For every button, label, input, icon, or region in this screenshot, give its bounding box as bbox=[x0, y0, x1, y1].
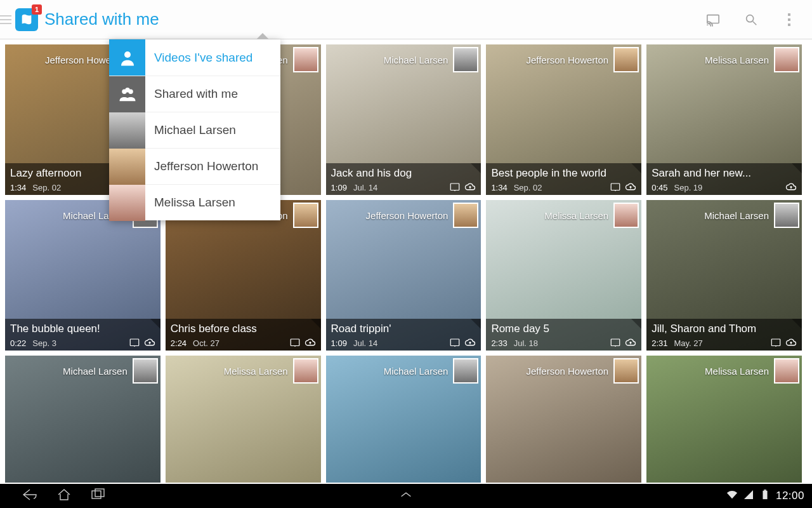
video-duration: 2:33 bbox=[491, 338, 507, 348]
video-duration: 1:34 bbox=[10, 183, 26, 192]
owner-overlay: Michael Larsen bbox=[329, 47, 479, 72]
svg-rect-21 bbox=[95, 489, 104, 497]
svg-rect-20 bbox=[92, 491, 101, 498]
avatar bbox=[109, 149, 145, 185]
cloud-sync-icon bbox=[464, 338, 476, 348]
avatar bbox=[453, 47, 478, 72]
overflow-menu-button[interactable] bbox=[770, 0, 808, 39]
owner-overlay: Melissa Larsen bbox=[168, 358, 318, 384]
video-duration: 0:22 bbox=[10, 338, 26, 348]
avatar bbox=[774, 203, 799, 228]
owner-name: Melissa Larsen bbox=[544, 210, 608, 221]
video-title: Best people in the world bbox=[491, 167, 636, 180]
search-button[interactable] bbox=[732, 0, 770, 39]
video-card[interactable]: Melissa LarsenSarah and her new...0:45Se… bbox=[646, 44, 802, 195]
dropdown-item-label: Shared with me bbox=[145, 87, 238, 101]
share-icon bbox=[471, 319, 481, 329]
cloud-sync-icon bbox=[625, 182, 636, 192]
video-card[interactable]: Jefferson HowertonRoad trippin'1:09Jul. … bbox=[326, 200, 481, 351]
expand-handle[interactable] bbox=[399, 490, 413, 502]
dropdown-item-shared-with-me[interactable]: Shared with me bbox=[109, 76, 280, 112]
video-card[interactable]: Michael LarsenJack and his dog1:09Jul. 1… bbox=[326, 44, 481, 195]
video-duration: 2:24 bbox=[171, 338, 187, 348]
owner-name: Melissa Larsen bbox=[224, 366, 288, 377]
video-info-bar: Jack and his dog1:09Jul. 14 bbox=[326, 163, 481, 195]
share-icon bbox=[631, 163, 641, 173]
cloud-sync-icon bbox=[464, 182, 476, 192]
avatar bbox=[613, 203, 639, 228]
video-card[interactable]: Jefferson HowertonChris before class2:24… bbox=[166, 200, 321, 351]
dropdown-item-melissa[interactable]: Melissa Larsen bbox=[109, 184, 280, 220]
owner-overlay: Michael Larsen bbox=[329, 358, 479, 384]
owner-overlay: Melissa Larsen bbox=[649, 358, 799, 384]
video-date: Sep. 02 bbox=[514, 183, 542, 192]
avatar bbox=[293, 358, 318, 384]
video-info-bar: Jill, Sharon and Thom2:31May. 27 bbox=[646, 319, 802, 351]
video-card[interactable]: Jefferson Howerton bbox=[486, 356, 641, 483]
video-info-bar: The bubble queen!0:22Sep. 3 bbox=[5, 319, 160, 351]
svg-point-9 bbox=[615, 190, 616, 192]
owner-overlay: Melissa Larsen bbox=[488, 203, 639, 228]
svg-point-11 bbox=[134, 346, 135, 347]
app-icon[interactable]: 1 bbox=[15, 8, 38, 31]
dropdown-item-videos-ive-shared[interactable]: Videos I've shared bbox=[109, 39, 280, 76]
video-card[interactable]: Michael LarsenJill, Sharon and Thom2:31M… bbox=[646, 200, 802, 351]
page-title[interactable]: Shared with me bbox=[44, 10, 159, 29]
action-bar: 1 Shared with me bbox=[0, 0, 812, 39]
svg-point-1 bbox=[747, 15, 754, 22]
cloud-sync-icon bbox=[785, 182, 797, 192]
video-duration: 1:34 bbox=[491, 183, 507, 192]
video-date: Sep. 02 bbox=[32, 183, 61, 192]
video-card[interactable]: Melissa Larsen bbox=[646, 356, 802, 483]
video-date: Jul. 18 bbox=[514, 338, 538, 348]
video-date: Oct. 27 bbox=[193, 338, 219, 348]
tablet-icon bbox=[449, 182, 461, 192]
dropdown-item-label: Michael Larsen bbox=[145, 123, 236, 137]
svg-rect-8 bbox=[611, 184, 620, 190]
dropdown-item-michael[interactable]: Michael Larsen bbox=[109, 112, 280, 148]
svg-point-19 bbox=[775, 346, 776, 347]
video-title: Rome day 5 bbox=[491, 323, 636, 335]
svg-rect-6 bbox=[451, 184, 460, 190]
video-date: May. 27 bbox=[674, 338, 703, 348]
owner-name: Melissa Larsen bbox=[705, 55, 769, 65]
svg-rect-22 bbox=[763, 491, 767, 499]
owner-name: Michael Larsen bbox=[384, 55, 449, 65]
video-date: Sep. 3 bbox=[32, 338, 56, 348]
owner-name: Melissa Larsen bbox=[705, 366, 769, 377]
avatar bbox=[613, 47, 639, 72]
video-card[interactable]: Michael Larsen bbox=[5, 356, 160, 483]
dropdown-item-label: Videos I've shared bbox=[145, 51, 252, 65]
avatar bbox=[133, 358, 158, 384]
cloud-sync-icon bbox=[144, 338, 155, 348]
owner-overlay: Melissa Larsen bbox=[649, 47, 799, 72]
video-card[interactable]: Melissa Larsen bbox=[166, 356, 321, 483]
video-card[interactable]: Jefferson HowertonBest people in the wor… bbox=[486, 44, 641, 195]
person-icon bbox=[109, 39, 145, 76]
video-title: Sarah and her new... bbox=[652, 167, 797, 180]
avatar bbox=[774, 47, 799, 72]
avatar bbox=[613, 358, 639, 384]
recents-button[interactable] bbox=[90, 488, 107, 504]
dropdown-item-jefferson[interactable]: Jefferson Howerton bbox=[109, 148, 280, 184]
svg-rect-23 bbox=[764, 490, 766, 491]
svg-rect-16 bbox=[611, 339, 620, 346]
cloud-sync-icon bbox=[304, 338, 316, 348]
home-button[interactable] bbox=[56, 488, 72, 504]
cast-button[interactable] bbox=[694, 0, 732, 39]
video-title: Jack and his dog bbox=[331, 167, 476, 180]
video-card[interactable]: Michael LarsenThe bubble queen!0:22Sep. … bbox=[5, 200, 160, 351]
wifi-icon bbox=[726, 490, 738, 502]
svg-point-15 bbox=[455, 346, 456, 347]
video-card[interactable]: Michael Larsen bbox=[326, 356, 481, 483]
svg-point-2 bbox=[124, 51, 131, 58]
svg-rect-12 bbox=[291, 339, 299, 346]
owner-name: Jefferson Howerton bbox=[366, 210, 449, 221]
nav-drawer-button[interactable] bbox=[0, 7, 11, 32]
video-date: Jul. 14 bbox=[353, 183, 377, 192]
video-card[interactable]: Melissa LarsenRome day 52:33Jul. 18 bbox=[486, 200, 641, 351]
cloud-sync-icon bbox=[785, 338, 797, 348]
battery-icon bbox=[759, 490, 771, 502]
video-duration: 1:09 bbox=[331, 338, 347, 348]
back-button[interactable] bbox=[22, 488, 38, 504]
